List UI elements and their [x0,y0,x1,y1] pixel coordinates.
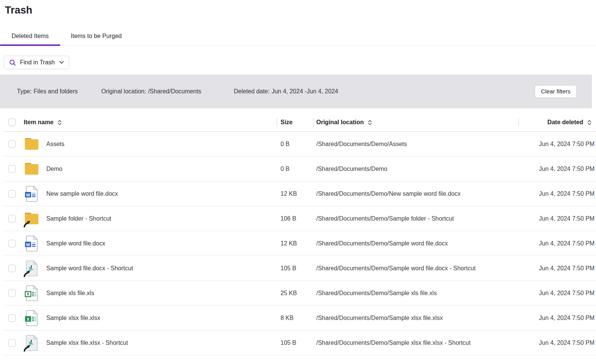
size-cell: 106 B [277,215,313,222]
tab-deleted-items[interactable]: Deleted Items [0,26,60,46]
filter-type[interactable]: Type:Files and folders [17,88,78,95]
item-name[interactable]: New sample word file.docx [46,190,118,197]
filter-value: Jun 4, 2024 -Jun 4, 2024 [271,88,338,94]
row-checkbox[interactable] [8,215,16,222]
item-name[interactable]: Sample xlsx file.xlsx - Shortcut [46,340,128,346]
item-size: 25 KB [280,290,297,296]
item-original-location: /Shared/Documents/Demo/Assets [316,141,407,147]
item-name-cell: X Sample xlsx file.xlsx [24,309,277,327]
row-checkbox-cell [0,165,24,173]
svg-text:X: X [27,317,30,321]
date-deleted-cell: Jun 4, 2024 7:50 PM [518,190,596,197]
item-date-deleted: Jun 4, 2024 7:50 PM [539,290,594,297]
item-date-deleted: Jun 4, 2024 7:50 PM [539,340,594,346]
row-checkbox[interactable] [8,314,16,322]
row-checkbox-cell [0,190,24,198]
size-cell: 8 KB [277,315,313,321]
column-header-item-name[interactable]: Item name [24,119,277,126]
table-row[interactable]: Sample word file.docx - Shortcut 105 B /… [0,256,596,281]
item-size: 0 B [280,166,290,172]
table-row[interactable]: Sample xlsx file.xlsx - Shortcut 105 B /… [0,330,596,355]
item-date-deleted: Jun 4, 2024 7:50 PM [539,265,594,272]
size-cell: 25 KB [277,290,313,297]
row-checkbox-cell [0,240,24,247]
filter-value: /Shared/Documents [148,88,201,94]
svg-text:W: W [26,242,30,247]
original-location-cell: /Shared/Documents/Demo/Sample xls file.x… [313,290,518,297]
item-name[interactable]: Sample xls file.xls [46,290,94,297]
row-checkbox-cell [0,215,24,222]
date-deleted-cell: Jun 4, 2024 7:50 PM [518,166,596,172]
table-row[interactable]: W Sample word file.docx 12 KB /Shared/Do… [0,231,596,256]
svg-text:X: X [27,292,30,296]
column-label: Item name [24,119,53,126]
sort-icon[interactable] [57,119,62,126]
item-name[interactable]: Sample xlsx file.xlsx [46,315,100,321]
column-header-original-location[interactable]: Original location [313,119,518,126]
row-checkbox[interactable] [8,190,16,198]
item-name[interactable]: Sample word file.docx - Shortcut [46,265,133,272]
excel-xls-file-icon: X [24,284,40,302]
original-location-cell: /Shared/Documents/Demo/Sample word file.… [313,265,518,272]
row-checkbox-cell [0,314,24,322]
tab-label: Items to be Purged [71,33,122,40]
original-location-cell: /Shared/Documents/Demo [313,166,518,172]
item-name-cell: X Sample xls file.xls [24,284,277,302]
item-date-deleted: Jun 4, 2024 7:50 PM [539,190,594,197]
table-row[interactable]: Sample folder - Shortcut 106 B /Shared/D… [0,206,596,231]
item-name[interactable]: Sample word file.docx [46,240,105,247]
row-checkbox[interactable] [8,265,16,272]
find-in-trash-button[interactable]: Find in Trash [4,56,69,69]
file-shortcut-icon [24,259,40,277]
item-original-location: /Shared/Documents/Demo/Sample xlsx file.… [316,315,443,321]
table-header-row: Item name Size Original location Date de… [0,113,596,132]
size-cell: 105 B [277,265,313,272]
file-shortcut-icon [24,334,40,352]
item-name[interactable]: Assets [46,141,64,148]
row-checkbox[interactable] [8,289,16,297]
row-checkbox[interactable] [8,165,16,173]
clear-filters-button[interactable]: Clear filters [535,85,577,98]
item-original-location: /Shared/Documents/Demo/Sample word file.… [316,240,448,247]
tab-items-to-be-purged[interactable]: Items to be Purged [70,26,122,46]
item-name[interactable]: Demo [46,166,62,172]
table-row[interactable]: X Sample xls file.xls 25 KB /Shared/Docu… [0,281,596,306]
date-deleted-cell: Jun 4, 2024 7:50 PM [518,290,596,297]
table-row[interactable]: Demo 0 B /Shared/Documents/Demo Jun 4, 2… [0,157,596,181]
item-name-cell: Assets [24,135,277,153]
item-size: 106 B [280,215,296,222]
column-header-date-deleted[interactable]: Date deleted [518,119,596,126]
column-label: Original location [316,119,364,126]
sort-icon[interactable] [587,119,592,126]
filter-deleted-date[interactable]: Deleted date:Jun 4, 2024 -Jun 4, 2024 [234,88,338,95]
select-all-checkbox[interactable] [8,119,16,126]
item-date-deleted: Jun 4, 2024 7:50 PM [539,215,594,222]
date-deleted-cell: Jun 4, 2024 7:50 PM [518,315,596,321]
item-name-cell: W Sample word file.docx [24,235,277,253]
row-checkbox[interactable] [8,339,16,347]
row-checkbox[interactable] [8,140,16,148]
trash-page: Trash Deleted Items Items to be Purged F… [0,0,596,364]
filter-label: Deleted date: [234,88,270,94]
item-original-location: /Shared/Documents/Demo/Sample xls file.x… [316,290,437,296]
word-file-icon: W [24,185,40,203]
excel-xlsx-file-icon: X [24,309,40,327]
table-row[interactable]: Assets 0 B /Shared/Documents/Demo/Assets… [0,132,596,157]
sort-icon[interactable] [367,119,373,126]
original-location-cell: /Shared/Documents/Demo/Sample xlsx file.… [313,340,518,346]
page-title: Trash [5,5,32,16]
row-checkbox[interactable] [8,240,16,247]
date-deleted-cell: Jun 4, 2024 7:50 PM [518,215,596,222]
filter-original-location[interactable]: Original location:/Shared/Documents [101,88,201,95]
table-row[interactable]: X Sample xlsx file.xlsx 8 KB /Shared/Doc… [0,306,596,330]
item-original-location: /Shared/Documents/Demo/Sample xlsx file.… [316,340,471,346]
item-size: 105 B [280,265,296,271]
size-cell: 105 B [277,340,313,346]
item-size: 12 KB [280,190,297,197]
size-cell: 0 B [277,141,313,148]
item-name-cell: W New sample word file.docx [24,185,277,203]
item-name[interactable]: Sample folder - Shortcut [46,215,111,222]
table-row[interactable]: W New sample word file.docx 12 KB /Share… [0,181,596,206]
item-size: 12 KB [280,240,297,247]
filter-label: Type: [17,88,32,94]
